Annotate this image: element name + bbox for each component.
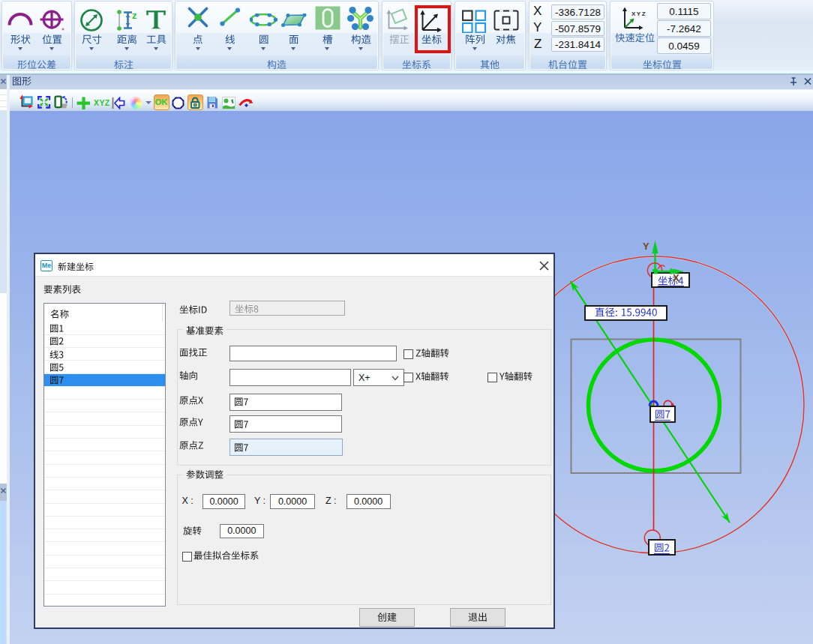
- svg-text:z: z: [132, 10, 137, 21]
- svg-text:XYZ: XYZ: [632, 10, 646, 17]
